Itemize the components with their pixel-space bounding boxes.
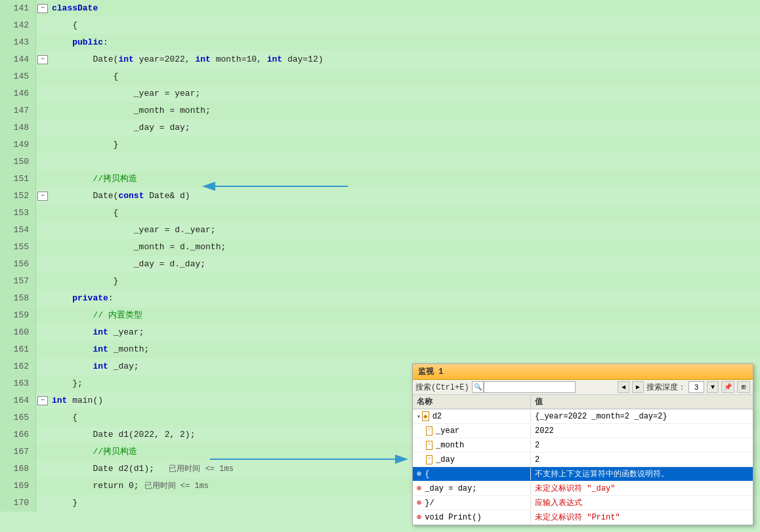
watch-row-name-year: ᵛ _year: [413, 425, 531, 437]
code-line-147: 147 _month = month;: [0, 102, 760, 119]
line-number-148: 148: [0, 119, 36, 136]
watch-row-err4[interactable]: ⊗ void Print() 未定义标识符 "Print": [413, 510, 753, 525]
code-content-159: // 内置类型: [49, 307, 760, 324]
line-number-161: 161: [0, 341, 36, 358]
watch-row-name-text-err3: }/: [425, 499, 434, 508]
code-content-155: _month = d._month;: [49, 239, 760, 256]
line-number-144: 144: [0, 51, 36, 68]
code-content-141: class Date: [49, 0, 760, 17]
line-number-154: 154: [0, 222, 36, 239]
code-line-143: 143 public:: [0, 34, 760, 51]
code-content-152: Date(const Date& d): [49, 188, 760, 205]
watch-row-name-text-err2: _day = day;: [425, 484, 476, 493]
fold-btn-152[interactable]: −: [37, 192, 48, 201]
error-icon-err3: ⊗: [417, 498, 421, 508]
watch-depth-label: 搜索深度：: [646, 382, 686, 393]
code-content-146: _year = year;: [49, 85, 760, 102]
watch-search-label: 搜索(Ctrl+E): [415, 382, 469, 393]
code-content-149: }: [49, 136, 760, 153]
watch-depth-input[interactable]: [688, 381, 704, 393]
code-line-160: 160 int _year;: [0, 324, 760, 341]
watch-row-value-year: 2022: [531, 425, 753, 437]
code-content-151: //拷贝构造: [49, 171, 760, 188]
code-line-144: 144 − Date(int year=2022, int month=10, …: [0, 51, 760, 68]
watch-title: 监视 1: [418, 367, 443, 377]
watch-search-input[interactable]: [484, 381, 576, 393]
watch-row-value-err2: 未定义标识符 "_day": [531, 481, 753, 495]
watch-toolbar: 搜索(Ctrl+E) 🔍 ◀ ▶ 搜索深度： ▼ 📌 ⊞: [413, 380, 753, 395]
code-line-154: 154 _year = d._year;: [0, 222, 760, 239]
line-number-165: 165: [0, 409, 36, 426]
fold-btn-144[interactable]: −: [37, 55, 48, 64]
code-content-144: Date(int year=2022, int month=10, int da…: [49, 51, 760, 68]
code-content-153: {: [49, 205, 760, 222]
watch-row-day[interactable]: ᵛ _day 2: [413, 453, 753, 467]
watch-row-err1[interactable]: ⊗ { 不支持上下文运算符中的函数说明符。: [413, 467, 753, 481]
var-icon-day: ᵛ: [426, 455, 433, 464]
line-number-146: 146: [0, 85, 36, 102]
line-number-145: 145: [0, 68, 36, 85]
line-number-160: 160: [0, 324, 36, 341]
watch-search-icon[interactable]: 🔍: [472, 381, 484, 393]
watch-row-value-err1: 不支持上下文运算符中的函数说明符。: [531, 467, 753, 481]
watch-row-name-text-d2: d2: [433, 412, 442, 421]
line-number-157: 157: [0, 273, 36, 290]
line-number-170: 170: [0, 495, 36, 512]
line-number-169: 169: [0, 478, 36, 495]
watch-row-name-err3: ⊗ }/: [413, 497, 531, 509]
watch-row-month[interactable]: ᵛ _month 2: [413, 438, 753, 453]
line-number-159: 159: [0, 307, 36, 324]
watch-depth-down[interactable]: ▼: [707, 381, 719, 393]
line-number-166: 166: [0, 426, 36, 443]
watch-row-value-err3: 应输入表达式: [531, 496, 753, 510]
watch-grid-btn[interactable]: ⊞: [737, 381, 750, 393]
watch-row-err2[interactable]: ⊗ _day = day; 未定义标识符 "_day": [413, 481, 753, 496]
line-number-163: 163: [0, 375, 36, 392]
watch-row-name-day: ᵛ _day: [413, 454, 531, 466]
watch-row-name-text-month: _month: [436, 441, 464, 450]
timing-label-169: 已用时间 <= 1ms: [144, 478, 209, 495]
code-line-148: 148 _day = day;: [0, 119, 760, 136]
code-line-158: 158 private:: [0, 290, 760, 307]
watch-row-value-day: 2: [531, 454, 753, 466]
code-content-154: _year = d._year;: [49, 222, 760, 239]
watch-row-d2[interactable]: ▾ ◆ d2 {_year=2022 _month=2 _day=2}: [413, 409, 753, 424]
expand-icon-d2[interactable]: ▾: [417, 413, 421, 420]
code-content-147: _month = month;: [49, 102, 760, 119]
watch-nav-back[interactable]: ◀: [618, 381, 629, 393]
fold-btn-164[interactable]: −: [37, 396, 48, 405]
code-line-153: 153 {: [0, 205, 760, 222]
watch-row-value-month: 2: [531, 440, 753, 451]
code-line-159: 159 // 内置类型: [0, 307, 760, 324]
watch-search-area: 搜索(Ctrl+E) 🔍: [415, 381, 615, 393]
code-line-150: 150: [0, 153, 760, 171]
code-content-160: int _year;: [49, 324, 760, 341]
watch-row-name-month: ᵛ _month: [413, 440, 531, 451]
line-number-143: 143: [0, 34, 36, 51]
watch-row-year[interactable]: ᵛ _year 2022: [413, 424, 753, 438]
code-line-149: 149 }: [0, 136, 760, 153]
var-icon-month: ᵛ: [426, 441, 433, 450]
line-number-168: 168: [0, 460, 36, 478]
line-number-141: 141: [0, 0, 36, 17]
code-content-156: _day = d._day;: [49, 256, 760, 273]
watch-col-value-header: 值: [531, 395, 753, 409]
code-editor: 141 − class Date 142 { 143 public: 144 −…: [0, 0, 760, 532]
line-number-150: 150: [0, 153, 36, 171]
watch-row-name-err2: ⊗ _day = day;: [413, 482, 531, 495]
error-icon-err4: ⊗: [417, 512, 421, 522]
code-line-151: 151 //拷贝构造: [0, 171, 760, 188]
watch-row-err3[interactable]: ⊗ }/ 应输入表达式: [413, 496, 753, 510]
var-icon-year: ᵛ: [426, 426, 433, 436]
timing-label: 已用时间 <= 1ms: [159, 460, 234, 478]
watch-nav-forward[interactable]: ▶: [632, 381, 644, 393]
code-content-157: }: [49, 273, 760, 290]
watch-header: 名称 值: [413, 395, 753, 409]
code-content-143: public:: [49, 34, 760, 51]
code-content-142: {: [49, 17, 760, 34]
code-line-146: 146 _year = year;: [0, 85, 760, 102]
fold-btn-141[interactable]: −: [37, 4, 48, 13]
line-number-167: 167: [0, 443, 36, 460]
watch-pin-btn[interactable]: 📌: [721, 381, 734, 393]
watch-row-value-err4: 未定义标识符 "Print": [531, 510, 753, 524]
